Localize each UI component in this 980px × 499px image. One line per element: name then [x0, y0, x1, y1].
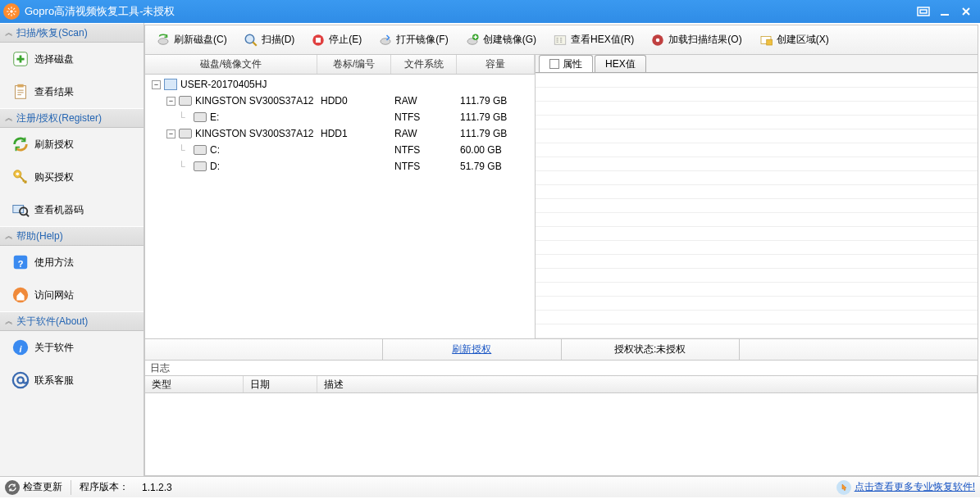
accordion-header[interactable]: ︽帮助(Help)	[0, 226, 144, 246]
svg-rect-11	[13, 206, 24, 213]
partition-icon	[194, 145, 207, 155]
nav-help[interactable]: ?使用方法	[0, 246, 144, 279]
toolbar-region[interactable]: 创建区域(X)	[751, 28, 836, 52]
home-icon	[11, 286, 30, 304]
load-icon	[650, 33, 665, 48]
lookup-icon	[11, 201, 30, 219]
toolbar: 刷新磁盘(C)扫描(D)停止(E)打开镜像(F)创建镜像(G)查看HEX值(R)…	[145, 25, 978, 55]
log-body	[145, 393, 978, 475]
partition-icon	[194, 112, 207, 122]
window-title: Gopro高清视频恢复工具-未授权	[25, 4, 913, 19]
tab-properties[interactable]: 属性	[539, 55, 593, 72]
svg-point-29	[656, 38, 660, 42]
col-size[interactable]: 容量	[457, 55, 535, 74]
toolbar-open-image[interactable]: 打开镜像(F)	[371, 28, 455, 52]
restore-button[interactable]	[913, 2, 934, 20]
svg-point-0	[10, 10, 13, 13]
statusbar: 检查更新 程序版本： 1.1.2.3 点击查看更多专业恢复软件!	[0, 476, 980, 497]
help-icon: ?	[11, 253, 30, 271]
chevron-up-icon: ︽	[5, 112, 13, 124]
detail-grid	[536, 73, 978, 338]
svg-rect-31	[766, 39, 772, 45]
open-image-icon	[378, 33, 393, 48]
refresh-auth-link[interactable]: 刷新授权	[452, 342, 491, 356]
close-button[interactable]	[955, 2, 977, 20]
col-fs[interactable]: 文件系统	[391, 55, 457, 74]
toolbar-search[interactable]: 扫描(D)	[236, 28, 303, 52]
tree-row[interactable]: └D:NTFS51.79 GB	[145, 158, 535, 175]
log-header: 类型 日期 描述	[145, 375, 978, 393]
log-col-date[interactable]: 日期	[244, 376, 317, 392]
chevron-up-icon: ︽	[5, 27, 13, 39]
svg-rect-2	[920, 10, 927, 13]
main-area: 刷新磁盘(C)扫描(D)停止(E)打开镜像(F)创建镜像(G)查看HEX值(R)…	[144, 25, 978, 476]
log-col-desc[interactable]: 描述	[317, 376, 978, 392]
nav-refresh[interactable]: 刷新授权	[0, 128, 144, 161]
accordion-header[interactable]: ︽关于软件(About)	[0, 311, 144, 331]
tree-row[interactable]: −KINGSTON SV300S37A12HDD0RAW111.79 GB	[145, 93, 535, 109]
svg-rect-7	[16, 86, 26, 99]
svg-point-10	[16, 173, 20, 176]
search-icon	[244, 33, 258, 48]
svg-text:?: ?	[18, 259, 24, 269]
tree-row[interactable]: −KINGSTON SV300S37A12HDD1RAW111.79 GB	[145, 125, 535, 142]
computer-icon	[164, 79, 177, 90]
doc-icon	[549, 59, 559, 69]
col-disk[interactable]: 磁盘/镜像文件	[145, 55, 317, 74]
toolbar-hex[interactable]: 查看HEX值(R)	[545, 28, 641, 52]
check-update-button[interactable]: 检查更新	[5, 480, 71, 495]
tree-toggle[interactable]: −	[166, 129, 175, 138]
disk-icon	[179, 129, 192, 138]
nav-clipboard[interactable]: 查看结果	[0, 75, 144, 108]
svg-rect-8	[17, 84, 23, 88]
version-value: 1.1.2.3	[142, 482, 172, 493]
toolbar-load[interactable]: 加载扫描结果(O)	[643, 28, 749, 52]
titlebar: Gopro高清视频恢复工具-未授权	[0, 0, 980, 23]
disk-pane: 磁盘/镜像文件 卷标/编号 文件系统 容量 −USER-20170405HJ−K…	[145, 55, 536, 338]
nav-plus[interactable]: 选择磁盘	[0, 43, 144, 75]
detail-tabs: 属性 HEX值	[536, 55, 978, 73]
hex-icon	[553, 33, 567, 48]
log-section: 日志 类型 日期 描述	[145, 361, 978, 475]
svg-point-20	[158, 38, 168, 44]
more-software-link[interactable]: 点击查看更多专业恢复软件!	[836, 480, 975, 495]
nav-at[interactable]: 联系客服	[0, 364, 144, 397]
tree-row[interactable]: └C:NTFS60.00 GB	[145, 142, 535, 158]
key-icon	[11, 168, 30, 186]
nav-lookup[interactable]: 查看机器码	[0, 193, 144, 226]
toolbar-create-image[interactable]: 创建镜像(G)	[458, 28, 544, 52]
update-icon	[5, 480, 20, 495]
tree-toggle[interactable]: −	[152, 80, 161, 89]
region-icon	[759, 33, 773, 48]
nav-key[interactable]: 购买授权	[0, 161, 144, 193]
disk-tree[interactable]: −USER-20170405HJ−KINGSTON SV300S37A12HDD…	[145, 75, 535, 338]
pointer-icon	[836, 480, 851, 495]
refresh-disk-icon	[156, 33, 171, 48]
toolbar-refresh-disk[interactable]: 刷新磁盘(C)	[148, 28, 235, 52]
col-label[interactable]: 卷标/编号	[317, 55, 391, 74]
clipboard-icon	[11, 83, 30, 101]
chevron-up-icon: ︽	[5, 230, 13, 242]
auth-status: 授权状态:未授权	[614, 342, 686, 356]
tree-toggle[interactable]: −	[166, 97, 175, 106]
auth-bar: 刷新授权 授权状态:未授权	[145, 339, 978, 361]
tab-hex[interactable]: HEX值	[595, 55, 646, 72]
tree-row[interactable]: └E:NTFS111.79 GB	[145, 109, 535, 125]
tree-row[interactable]: −USER-20170405HJ	[145, 76, 535, 93]
stop-icon	[311, 33, 326, 48]
log-col-type[interactable]: 类型	[145, 376, 244, 392]
toolbar-stop[interactable]: 停止(E)	[303, 28, 369, 52]
nav-info[interactable]: i关于软件	[0, 331, 144, 364]
partition-icon	[194, 161, 207, 171]
tree-header: 磁盘/镜像文件 卷标/编号 文件系统 容量	[145, 55, 535, 75]
minimize-button[interactable]	[934, 2, 955, 20]
accordion-header[interactable]: ︽注册/授权(Register)	[0, 108, 144, 128]
sidebar: ︽扫描/恢复(Scan)选择磁盘查看结果︽注册/授权(Register)刷新授权…	[0, 23, 144, 476]
refresh-icon	[11, 135, 30, 153]
nav-home[interactable]: 访问网站	[0, 279, 144, 311]
at-icon	[11, 371, 30, 389]
info-icon: i	[11, 338, 30, 356]
chevron-up-icon: ︽	[5, 315, 13, 327]
svg-point-24	[381, 38, 390, 44]
accordion-header[interactable]: ︽扫描/恢复(Scan)	[0, 23, 144, 43]
